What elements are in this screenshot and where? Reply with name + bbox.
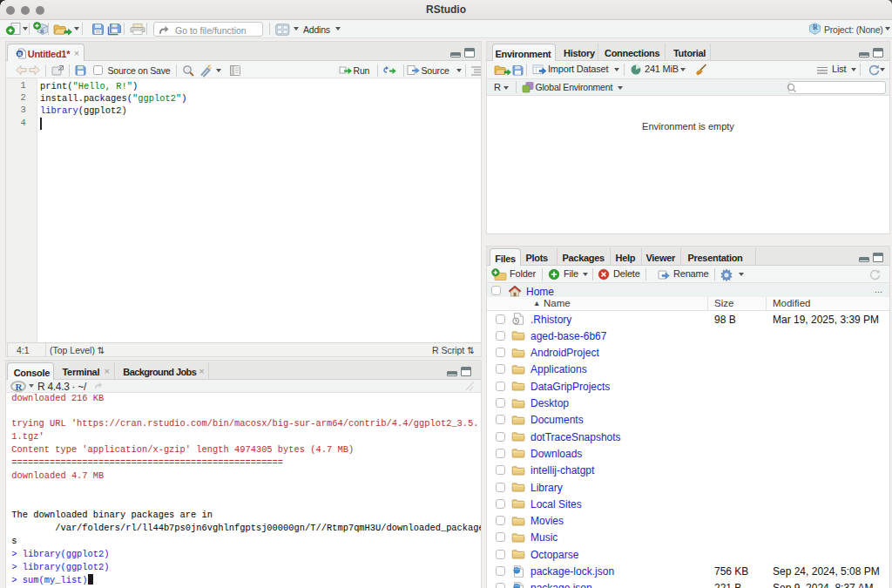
svg-text:R: R — [40, 28, 44, 35]
svg-text:R: R — [813, 24, 818, 31]
svg-text:R: R — [15, 382, 23, 392]
